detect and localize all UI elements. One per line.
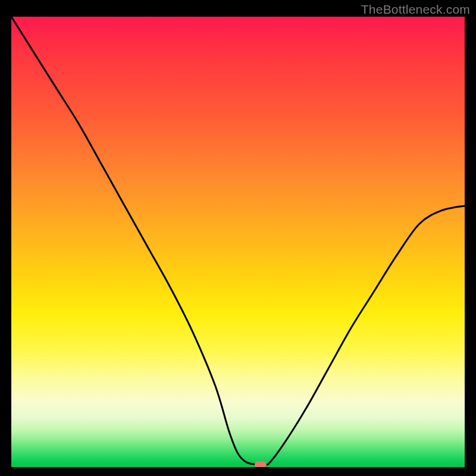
curve-path: [11, 17, 465, 465]
watermark-text: TheBottleneck.com: [361, 2, 470, 17]
chart-stage: TheBottleneck.com: [0, 0, 476, 476]
bottleneck-curve: [11, 17, 465, 467]
optimal-point-marker: [255, 461, 267, 467]
plot-area: [11, 17, 465, 467]
